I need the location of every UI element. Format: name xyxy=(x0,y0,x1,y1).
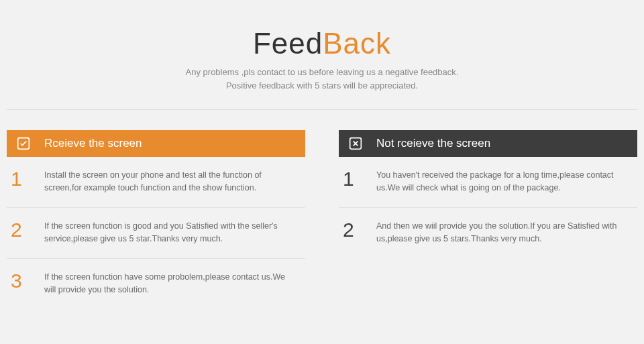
column-header-receive: Rceieve the screen xyxy=(7,130,305,157)
list-item: 2 And then we wiil provide you the solut… xyxy=(339,208,637,258)
step-number: 1 xyxy=(11,165,44,190)
list-item: 3 If the screen function have some probo… xyxy=(7,259,305,309)
column-receive: Rceieve the screen 1 Install the screen … xyxy=(7,130,305,308)
column-heading-not-receive: Not rceieve the screen xyxy=(376,137,490,150)
step-number: 2 xyxy=(11,216,44,241)
step-text: And then we wiil provide you the solutio… xyxy=(376,216,631,246)
columns: Rceieve the screen 1 Install the screen … xyxy=(7,130,637,308)
step-text: If the screen function is good and you S… xyxy=(44,216,299,246)
list-item: 1 Install the screen on your phone and t… xyxy=(7,157,305,208)
step-text: If the screen function have some probole… xyxy=(44,267,299,297)
step-number: 3 xyxy=(11,267,44,292)
title-left: Feed xyxy=(253,27,323,60)
column-header-not-receive: Not rceieve the screen xyxy=(339,130,637,157)
page-title: FeedBack xyxy=(7,27,637,60)
step-number: 2 xyxy=(343,216,376,241)
subtitle: Any problems ,pls contact to us before l… xyxy=(7,66,637,92)
column-not-receive: Not rceieve the screen 1 You haven't rec… xyxy=(339,130,637,308)
divider xyxy=(7,109,637,110)
step-text: You haven't received the package for a l… xyxy=(376,165,631,195)
check-icon xyxy=(16,136,31,151)
list-item: 1 You haven't received the package for a… xyxy=(339,157,637,208)
title-right: Back xyxy=(323,27,391,60)
step-number: 1 xyxy=(343,165,376,190)
subtitle-line-2: Positive feedback with 5 stars will be a… xyxy=(7,79,637,93)
column-heading-receive: Rceieve the screen xyxy=(44,137,142,150)
step-text: Install the screen on your phone and tes… xyxy=(44,165,299,195)
list-item: 2 If the screen function is good and you… xyxy=(7,208,305,259)
subtitle-line-1: Any problems ,pls contact to us before l… xyxy=(7,66,637,79)
cross-icon xyxy=(348,136,363,151)
